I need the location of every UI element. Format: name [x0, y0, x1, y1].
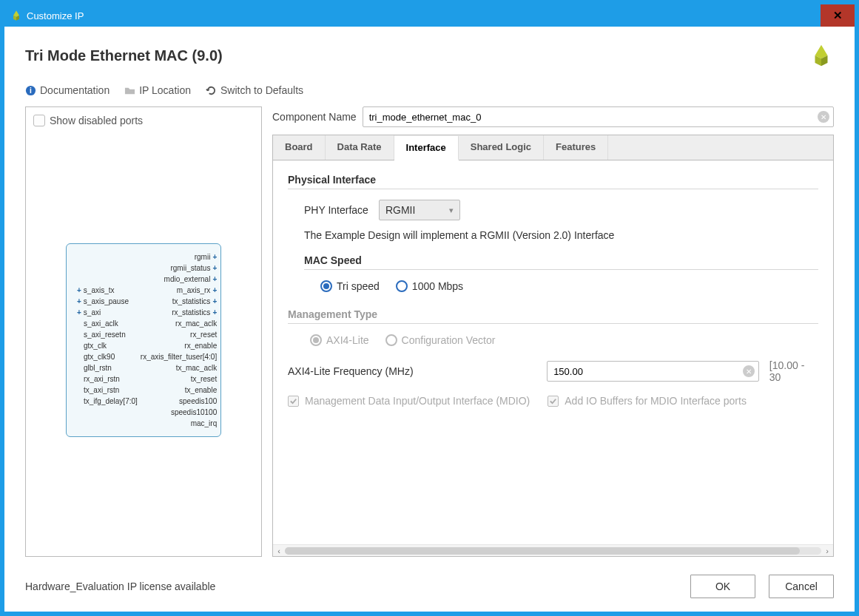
close-icon: ✕	[833, 9, 843, 22]
tab-data-rate[interactable]: Data Rate	[326, 135, 394, 160]
input-port: gtx_clk	[77, 340, 138, 351]
scroll-right-button[interactable]: ›	[821, 545, 833, 557]
input-port: s_axi_resetn	[77, 329, 138, 340]
scroll-thumb[interactable]	[285, 547, 800, 555]
ip-block: +s_axis_tx+s_axis_pause+s_axis_axi_aclks…	[66, 243, 221, 437]
config-panel: Component Name ✕ BoardData RateInterface…	[272, 106, 834, 557]
output-port: rgmii+	[141, 251, 217, 263]
output-port: m_axis_rx+	[141, 285, 217, 296]
close-button[interactable]: ✕	[821, 4, 855, 27]
tab-board[interactable]: Board	[273, 135, 326, 160]
mdio-checkbox-label: Management Data Input/Output Interface (…	[305, 395, 530, 407]
scroll-left-button[interactable]: ‹	[273, 545, 285, 557]
titlebar[interactable]: Customize IP ✕	[4, 4, 855, 27]
mac-speed-title: MAC Speed	[304, 254, 818, 266]
input-port: tx_ifg_delay[7:0]	[77, 396, 138, 407]
chevron-down-icon: ▾	[449, 206, 454, 215]
physical-interface-title: Physical Interface	[288, 174, 818, 186]
scroll-track[interactable]	[285, 547, 821, 555]
switch-defaults-link[interactable]: Switch to Defaults	[206, 84, 303, 96]
input-port: +s_axis_tx	[77, 285, 138, 296]
iobuf-checkbox: Add IO Buffers for MDIO Interface ports	[548, 395, 747, 407]
symbol-panel: Show disabled ports +s_axis_tx+s_axis_pa…	[25, 106, 262, 557]
tab-row: BoardData RateInterfaceShared LogicFeatu…	[273, 135, 833, 160]
output-port: tx_reset	[141, 373, 217, 385]
mac-speed-radio[interactable]: 1000 Mbps	[396, 280, 463, 292]
documentation-link[interactable]: i Documentation	[25, 84, 110, 96]
tabs-container: BoardData RateInterfaceShared LogicFeatu…	[272, 135, 834, 557]
iobuf-checkbox-label: Add IO Buffers for MDIO Interface ports	[565, 395, 747, 407]
output-port: rx_enable	[141, 340, 217, 351]
management-title: Management Type	[288, 308, 818, 320]
output-port: tx_mac_aclk	[141, 362, 217, 373]
tab-interface[interactable]: Interface	[394, 136, 459, 160]
iobuf-checkbox-box	[548, 396, 559, 407]
show-disabled-row: Show disabled ports	[33, 115, 254, 126]
axi-frequency-label: AXI4-Lite Frequency (MHz)	[288, 365, 536, 377]
clear-frequency-button[interactable]: ✕	[743, 365, 755, 377]
ip-block-diagram: +s_axis_tx+s_axis_pause+s_axis_axi_aclks…	[33, 131, 254, 549]
mdio-checkbox: Management Data Input/Output Interface (…	[288, 395, 530, 407]
axi-frequency-input[interactable]	[547, 361, 759, 382]
input-port: +s_axi	[77, 307, 138, 318]
svg-text:i: i	[30, 87, 32, 95]
mdio-checkbox-box	[288, 396, 299, 407]
tab-shared-logic[interactable]: Shared Logic	[459, 135, 544, 160]
phy-interface-select[interactable]: RGMII ▾	[379, 200, 460, 220]
component-name-label: Component Name	[272, 111, 357, 123]
output-port: rx_reset	[141, 329, 217, 340]
main-area: Show disabled ports +s_axis_tx+s_axis_pa…	[4, 106, 855, 566]
cancel-button[interactable]: Cancel	[769, 575, 834, 598]
axi-frequency-row: AXI4-Lite Frequency (MHz) ✕ [10.00 - 30	[288, 359, 818, 383]
output-port: rx_axis_filter_tuser[4:0]	[141, 351, 217, 362]
input-port: rx_axi_rstn	[77, 373, 138, 385]
output-port: mdio_external+	[141, 274, 217, 285]
management-type-radio: Configuration Vector	[385, 334, 496, 346]
vendor-logo-icon	[809, 43, 834, 68]
ip-title: Tri Mode Ethernet MAC (9.0)	[25, 47, 223, 64]
output-port: speedis10100	[141, 407, 217, 418]
mac-speed-radio[interactable]: Tri speed	[320, 280, 380, 292]
component-name-input[interactable]	[363, 106, 834, 127]
window-body: Tri Mode Ethernet MAC (9.0) i Documentat…	[4, 27, 855, 612]
input-port: +s_axis_pause	[77, 296, 138, 307]
clear-component-name-button[interactable]: ✕	[818, 111, 829, 123]
frequency-range-label: [10.00 - 30	[769, 359, 818, 383]
mac-speed-section: MAC Speed Tri speed1000 Mbps	[304, 254, 818, 292]
license-text: Hardware_Evaluation IP license available	[25, 581, 215, 592]
management-type-radio: AXI4-Lite	[310, 334, 369, 346]
window-title: Customize IP	[27, 10, 84, 21]
show-disabled-checkbox[interactable]	[33, 115, 45, 126]
output-port: mac_irq	[141, 418, 217, 429]
tab-interface-content: Physical Interface PHY Interface RGMII ▾…	[273, 160, 833, 544]
horizontal-scrollbar[interactable]: ‹ ›	[273, 544, 833, 556]
management-section: Management Type AXI4-LiteConfiguration V…	[288, 308, 818, 407]
physical-interface-section: Physical Interface PHY Interface RGMII ▾…	[288, 174, 818, 292]
show-disabled-label: Show disabled ports	[50, 115, 143, 126]
info-icon: i	[25, 85, 36, 96]
output-port: tx_statistics+	[141, 296, 217, 307]
component-name-row: Component Name ✕	[272, 106, 834, 127]
documentation-label: Documentation	[40, 84, 110, 96]
folder-icon	[124, 85, 135, 96]
output-port: speedis100	[141, 396, 217, 407]
ok-button[interactable]: OK	[690, 575, 755, 598]
refresh-icon	[206, 85, 217, 96]
ip-location-link[interactable]: IP Location	[124, 84, 191, 96]
switch-defaults-label: Switch to Defaults	[220, 84, 303, 96]
output-port: rgmii_status+	[141, 263, 217, 274]
phy-note: The Example Design will implement a RGMI…	[304, 229, 818, 241]
window-frame: Customize IP ✕ Tri Mode Ethernet MAC (9.…	[0, 0, 859, 616]
output-port: rx_statistics+	[141, 307, 217, 318]
tab-features[interactable]: Features	[544, 135, 608, 160]
ip-header: Tri Mode Ethernet MAC (9.0)	[4, 27, 855, 81]
input-port: tx_axi_rstn	[77, 385, 138, 396]
footer: Hardware_Evaluation IP license available…	[4, 566, 855, 612]
ip-location-label: IP Location	[139, 84, 191, 96]
mdio-checkbox-row: Management Data Input/Output Interface (…	[288, 395, 818, 407]
input-port: gtx_clk90	[77, 351, 138, 362]
phy-interface-label: PHY Interface	[304, 204, 368, 216]
input-port: glbl_rstn	[77, 362, 138, 373]
input-port: s_axi_aclk	[77, 318, 138, 329]
phy-interface-value: RGMII	[385, 204, 415, 216]
